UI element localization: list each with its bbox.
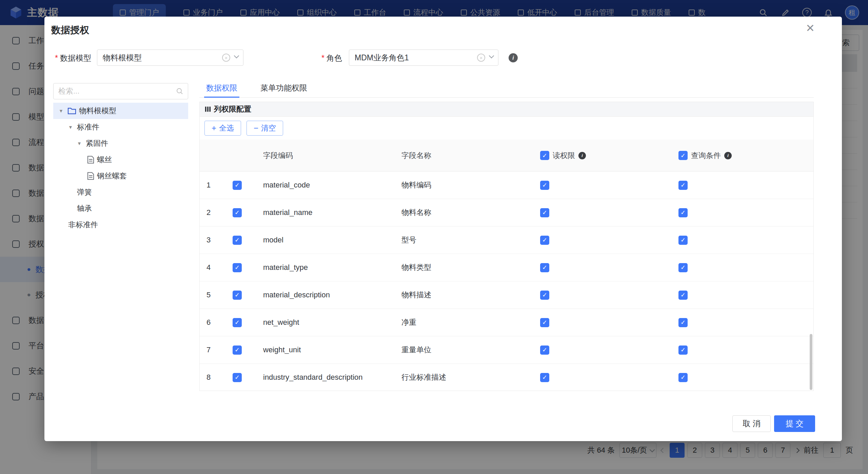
data-model-value: 物料根模型	[103, 53, 142, 63]
tree-node-label: 轴承	[77, 203, 92, 214]
data-model-select[interactable]: 物料根模型 ×	[97, 50, 243, 66]
model-tree-panel: 检索... ▼ 物料根模型 ▼	[53, 83, 188, 233]
row-select-checkbox[interactable]: ✓	[233, 345, 242, 355]
row-select-checkbox[interactable]: ✓	[233, 236, 242, 245]
chevron-down-icon	[234, 53, 239, 59]
caret-down-icon[interactable]: ▼	[59, 108, 67, 114]
search-icon	[176, 87, 184, 95]
field-name-cell: 物料编码	[396, 180, 535, 190]
read-permission-checkbox[interactable]: ✓	[540, 318, 549, 327]
column-header-read: ✓ 读权限 i	[535, 151, 673, 161]
tree-node[interactable]: ▼ 螺丝	[53, 152, 188, 168]
plus-icon: +	[212, 124, 216, 132]
tree-node-label: 螺丝	[97, 155, 112, 165]
info-icon: i	[724, 152, 732, 159]
role-value: MDM业务角色1	[355, 53, 409, 63]
data-model-label: * 数据模型	[55, 53, 91, 63]
tree-search-input[interactable]: 检索...	[53, 83, 188, 99]
clear-icon[interactable]: ×	[477, 54, 485, 62]
field-code-cell: weight_unit	[258, 345, 396, 354]
table-row: 1 ✓ material_code 物料编码 ✓ ✓	[200, 172, 813, 199]
row-select-checkbox[interactable]: ✓	[233, 181, 242, 190]
query-condition-checkbox[interactable]: ✓	[678, 345, 688, 355]
tree-node[interactable]: ▼ 钢丝螺套	[53, 168, 188, 184]
caret-down-icon[interactable]: ▼	[68, 124, 77, 130]
panel-title: 列权限配置	[214, 104, 251, 114]
tree-node[interactable]: ▼ 弹簧	[53, 184, 188, 200]
query-condition-checkbox[interactable]: ✓	[678, 208, 688, 217]
read-permission-checkbox[interactable]: ✓	[540, 373, 549, 382]
read-permission-checkbox[interactable]: ✓	[540, 181, 549, 190]
query-condition-checkbox[interactable]: ✓	[678, 318, 688, 327]
field-code-cell: model	[258, 236, 396, 244]
read-permission-checkbox[interactable]: ✓	[540, 208, 549, 217]
tree-node[interactable]: ▼ 轴承	[53, 200, 188, 217]
tab[interactable]: 菜单功能权限	[258, 79, 309, 97]
read-permission-checkbox[interactable]: ✓	[540, 345, 549, 355]
row-number: 1	[200, 181, 227, 190]
row-number: 2	[200, 208, 227, 217]
app-root: 主数据 管理门户 业务门户 应用中心 组织中心 工作台	[0, 0, 868, 474]
row-select-checkbox[interactable]: ✓	[233, 208, 242, 217]
required-asterisk: *	[55, 54, 58, 63]
table-row: 7 ✓ weight_unit 重量单位 ✓ ✓	[200, 336, 813, 364]
row-select-checkbox[interactable]: ✓	[233, 291, 242, 300]
row-number: 4	[200, 263, 227, 272]
columns-icon	[204, 106, 211, 113]
table-row: 4 ✓ material_type 物料类型 ✓ ✓	[200, 254, 813, 281]
read-permission-checkbox[interactable]: ✓	[540, 263, 549, 272]
row-number: 7	[200, 345, 227, 354]
close-icon[interactable]: ✕	[806, 23, 815, 34]
caret-down-icon[interactable]: ▼	[77, 141, 86, 146]
clear-icon[interactable]: ×	[222, 54, 230, 62]
data-auth-modal: 数据授权 ✕ * 数据模型 物料根模型 × * 角色 MDM业务角色1 × i …	[44, 17, 842, 441]
submit-button[interactable]: 提 交	[774, 415, 815, 432]
tab[interactable]: 数据权限	[204, 79, 239, 97]
query-condition-checkbox[interactable]: ✓	[678, 373, 688, 382]
tree-node[interactable]: ▼ 非标准件	[53, 217, 188, 233]
tree-node[interactable]: ▼ 紧固件	[53, 135, 188, 152]
row-select-checkbox[interactable]: ✓	[233, 318, 242, 327]
query-condition-checkbox[interactable]: ✓	[678, 181, 688, 190]
field-name-cell: 重量单位	[396, 345, 535, 355]
info-icon: i	[509, 53, 518, 62]
role-select[interactable]: MDM业务角色1 ×	[349, 50, 498, 66]
tree-node-label: 标准件	[77, 122, 99, 132]
field-name-cell: 物料类型	[396, 262, 535, 273]
query-condition-checkbox[interactable]: ✓	[678, 263, 688, 272]
tree-node-label: 钢丝螺套	[97, 171, 127, 181]
read-select-all-checkbox[interactable]: ✓	[540, 151, 549, 160]
read-permission-checkbox[interactable]: ✓	[540, 236, 549, 245]
tree-node[interactable]: ▼ 标准件	[53, 119, 188, 135]
query-condition-checkbox[interactable]: ✓	[678, 291, 688, 300]
tree-node-label: 非标准件	[68, 220, 98, 230]
tree-node-label: 弹簧	[77, 187, 92, 197]
table-row: 6 ✓ net_weight 净重 ✓ ✓	[200, 309, 813, 336]
read-permission-checkbox[interactable]: ✓	[540, 291, 549, 300]
row-select-checkbox[interactable]: ✓	[233, 263, 242, 272]
chevron-down-icon	[489, 53, 494, 59]
modal-title: 数据授权	[51, 24, 89, 37]
row-select-checkbox[interactable]: ✓	[233, 373, 242, 382]
document-icon	[87, 156, 94, 164]
tree-node[interactable]: ▼ 物料根模型	[53, 103, 188, 119]
select-all-button[interactable]: + 全选	[204, 121, 241, 136]
table-header-row: 字段编码 字段名称 ✓ 读权限 i ✓ 查询条件 i	[200, 140, 813, 172]
column-header-code: 字段编码	[258, 151, 396, 161]
query-condition-checkbox[interactable]: ✓	[678, 236, 688, 245]
query-select-all-checkbox[interactable]: ✓	[678, 151, 688, 160]
tree-node-label: 紧固件	[86, 138, 108, 149]
field-code-cell: material_name	[258, 208, 396, 217]
role-label: * 角色	[321, 53, 342, 63]
scrollbar-thumb[interactable]	[810, 334, 812, 390]
field-name-cell: 型号	[396, 235, 535, 245]
column-permission-panel: 列权限配置 + 全选 − 清空 字段编码 字段名称 ✓ 读权限	[199, 102, 814, 391]
clear-button[interactable]: − 清空	[246, 121, 283, 136]
document-icon	[87, 172, 94, 180]
cancel-button[interactable]: 取 消	[732, 415, 771, 432]
table-row: 5 ✓ material_description 物料描述 ✓ ✓	[200, 281, 813, 309]
row-number: 6	[200, 318, 227, 327]
permission-tabs: 数据权限菜单功能权限	[199, 79, 814, 98]
folder-icon	[67, 107, 76, 115]
field-code-cell: material_type	[258, 263, 396, 272]
